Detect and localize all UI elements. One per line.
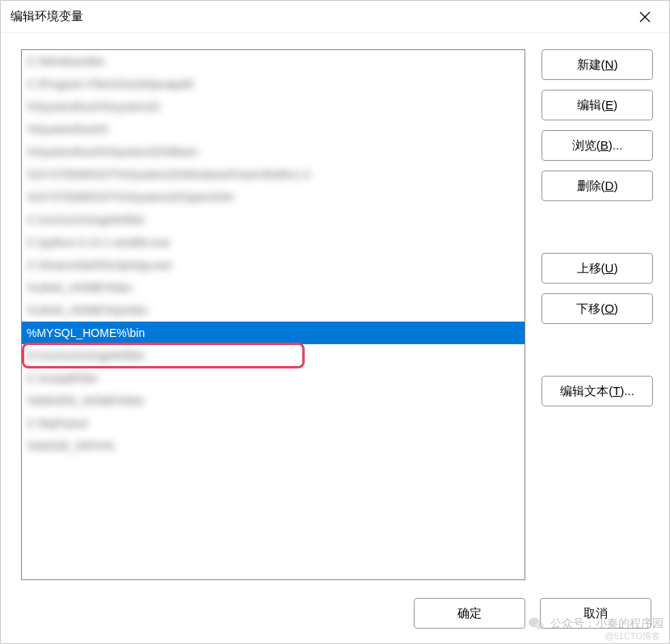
list-item[interactable]: C:\MyPytool <box>22 412 525 435</box>
path-listbox[interactable]: C:\Windows\binC:\Program Files\Oracle\ja… <box>21 49 525 580</box>
list-item[interactable]: C:\Windows\bin <box>22 50 525 73</box>
close-icon <box>639 11 651 23</box>
list-item-text: C:\xxx\xxx\mingw64\bin <box>27 213 145 226</box>
spacer <box>541 211 653 243</box>
list-item-text: %SYSTEMROOT%\System32\WindowsPowerShell\… <box>27 168 310 181</box>
browse-button-label: 浏览(B)... <box>572 138 623 154</box>
dialog-title: 编辑环境变量 <box>11 9 83 24</box>
move-up-button[interactable]: 上移(U) <box>541 253 653 284</box>
list-item[interactable]: C:\python-3.10.1-amd64.exe <box>22 231 525 254</box>
list-item[interactable]: %MAVEN_HOME%\bin <box>22 389 525 412</box>
edit-env-dialog: 编辑环境变量 C:\Windows\binC:\Program Files\Or… <box>0 0 670 644</box>
list-item[interactable]: %MYSQL_HOME%\bin <box>22 322 525 344</box>
delete-button[interactable]: 删除(D) <box>541 170 653 201</box>
list-item-text: D:\xxx\xxx\mingw64\bin <box>27 349 145 362</box>
list-item[interactable]: %JAVA_HOME%\bin <box>22 276 525 299</box>
list-item-text: %SYSTEMROOT%\System32\OpenSSH <box>27 191 234 204</box>
list-item-text: %NODE_PATH% <box>27 440 114 452</box>
list-item-text: C:\Anaconda3\Scripts\py.exe <box>27 259 172 271</box>
titlebar: 编辑环境变量 <box>1 1 669 33</box>
list-item-text: %SystemRoot%\system32 <box>27 100 160 113</box>
delete-button-label: 删除(D) <box>577 179 618 194</box>
dialog-content: C:\Windows\binC:\Program Files\Oracle\ja… <box>1 33 669 588</box>
list-item[interactable]: %SYSTEMROOT%\System32\OpenSSH <box>22 186 525 208</box>
list-item[interactable]: %SystemRoot%\system32 <box>22 95 525 118</box>
list-item-text: %MAVEN_HOME%\bin <box>27 394 145 407</box>
list-item[interactable]: D:\xxx\xxx\mingw64\bin <box>22 344 525 367</box>
move-down-button[interactable]: 下移(O) <box>541 293 653 324</box>
list-item-text: C:\Program Files\Oracle\javapath <box>27 78 194 90</box>
list-item[interactable]: %JAVA_HOME%\jre\bin <box>22 299 525 322</box>
list-item[interactable]: %SYSTEMROOT%\System32\WindowsPowerShell\… <box>22 163 525 186</box>
list-item-text: %JAVA_HOME%\jre\bin <box>27 304 148 317</box>
edit-button[interactable]: 编辑(E) <box>541 90 653 120</box>
edit-text-button-label: 编辑文本(T)... <box>560 384 634 399</box>
move-up-button-label: 上移(U) <box>577 261 618 276</box>
list-item-text: C:\python-3.10.1-amd64.exe <box>27 236 170 249</box>
list-item-text: C:\xxxpath\bin <box>27 372 99 385</box>
new-button[interactable]: 新建(N) <box>541 49 653 80</box>
ok-button[interactable]: 确定 <box>414 598 525 629</box>
browse-button[interactable]: 浏览(B)... <box>541 130 653 161</box>
move-down-button-label: 下移(O) <box>576 301 618 317</box>
close-button[interactable] <box>630 5 659 29</box>
list-item-text: C:\Windows\bin <box>27 55 105 68</box>
list-item[interactable]: %SystemRoot% <box>22 118 525 141</box>
list-item[interactable]: %SystemRoot%\System32\Wbem <box>22 141 525 163</box>
list-item-text: %JAVA_HOME%\bin <box>27 281 132 294</box>
list-item[interactable]: %NODE_PATH% <box>22 435 525 457</box>
cancel-button[interactable]: 取消 <box>540 598 651 629</box>
dialog-footer: 确定 取消 <box>1 588 669 643</box>
new-button-label: 新建(N) <box>577 57 618 73</box>
list-item-text: %SystemRoot%\System32\Wbem <box>27 145 198 158</box>
list-item[interactable]: C:\xxxpath\bin <box>22 367 525 389</box>
list-item[interactable]: C:\Anaconda3\Scripts\py.exe <box>22 254 525 276</box>
list-item-text: %MYSQL_HOME%\bin <box>27 326 145 339</box>
list-item[interactable]: C:\Program Files\Oracle\javapath <box>22 73 525 95</box>
edit-text-button[interactable]: 编辑文本(T)... <box>541 376 653 406</box>
edit-button-label: 编辑(E) <box>577 98 617 113</box>
list-item-text: %SystemRoot% <box>27 123 108 136</box>
list-item[interactable]: C:\xxx\xxx\mingw64\bin <box>22 208 525 231</box>
list-item-text: C:\MyPytool <box>27 417 87 430</box>
button-column: 新建(N) 编辑(E) 浏览(B)... 删除(D) 上移(U) 下移(O) 编… <box>541 49 653 580</box>
spacer <box>541 334 653 366</box>
